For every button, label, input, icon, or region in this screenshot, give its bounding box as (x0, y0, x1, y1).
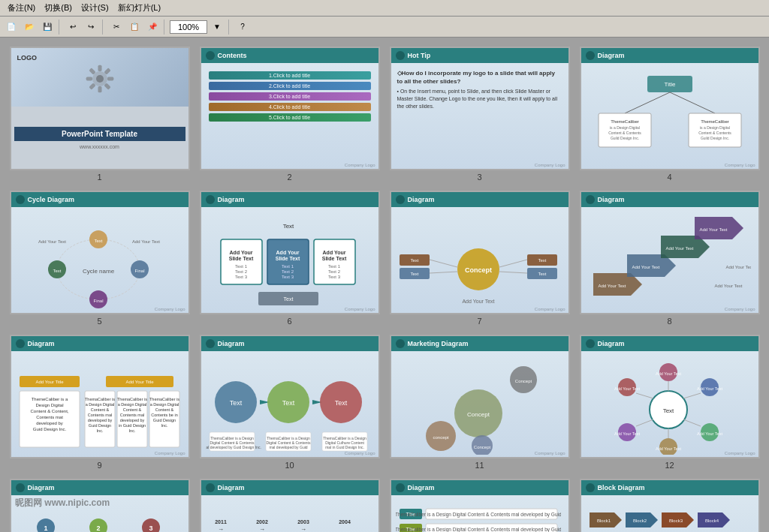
slide-thumb-10[interactable]: Diagram Text Text (200, 335, 380, 458)
slide-number-6: 6 (287, 317, 291, 326)
slide-cell-7: Diagram Concept Text Text (389, 191, 570, 326)
slide-thumb-14[interactable]: Diagram 2011 → 2002 → 2003 → 2 (200, 479, 380, 532)
svg-text:ThemeCaliber is a: ThemeCaliber is a (31, 397, 68, 401)
cut-btn[interactable]: ✂ (108, 19, 125, 35)
svg-text:Add Your Text: Add Your Text (614, 386, 640, 391)
menu-design[interactable]: 设计(S) (77, 1, 113, 15)
slide-header-8: Diagram (581, 192, 758, 207)
header-icon-7 (396, 195, 405, 204)
svg-text:Final: Final (93, 299, 103, 303)
slide-number-3: 3 (477, 173, 481, 182)
svg-text:mal developed by Guid: mal developed by Guid (269, 445, 307, 449)
svg-text:Text: Text (229, 399, 242, 407)
slide-number-11: 11 (475, 461, 484, 470)
copy-btn[interactable]: 📋 (126, 19, 143, 35)
undo-btn[interactable]: ↩ (65, 19, 81, 35)
svg-text:Text: Text (410, 272, 418, 276)
slide-header-title-3: Hot Tip (408, 52, 431, 59)
redo-btn[interactable]: ↪ (83, 19, 99, 35)
slide-thumb-5[interactable]: Cycle Diagram Cycle name Text (10, 191, 190, 314)
header-icon-4 (586, 51, 595, 60)
diagram-9-svg: Add Your Title Add Your Title ThemeCalib… (16, 357, 181, 455)
svg-text:Text 3: Text 3 (327, 275, 340, 279)
slide-grid-wrapper[interactable]: LOGO (0, 38, 769, 532)
svg-text:Content &: Content & (90, 407, 109, 412)
slide-header-title-8: Diagram (598, 196, 625, 203)
svg-text:Contents be in: Contents be in (151, 413, 177, 417)
diagram-8-svg: Add Your Text Add Your Text Add Your Tex… (586, 213, 751, 311)
open-btn[interactable]: 📂 (21, 19, 38, 35)
slide-cell-1: LOGO (9, 47, 190, 182)
svg-text:Text 2: Text 2 (327, 269, 340, 274)
svg-text:Content &: Content & (155, 407, 173, 412)
svg-line-163 (636, 393, 653, 398)
slide-thumb-9[interactable]: Diagram Add Your Title Add Your Title (10, 335, 190, 458)
slide-thumb-12[interactable]: Diagram Text Add Your Text (580, 335, 760, 458)
header-icon-12 (586, 339, 595, 348)
slide-header-title-15: Diagram (408, 484, 435, 491)
slide-thumb-16[interactable]: Block Diagram Block1 Block2 Block3 (580, 479, 760, 532)
svg-text:Add Your Text: Add Your Text (598, 284, 626, 288)
svg-text:Content & Contents: Content & Contents (608, 131, 641, 135)
slide-thumb-15[interactable]: Diagram Title ThemaCaliber is a Design D… (390, 479, 570, 532)
slide-header-10: Diagram (201, 336, 378, 351)
slide-thumb-6[interactable]: Diagram Text Add Your Slide Text Text 1 (200, 191, 380, 314)
slide-header-title-5: Cycle Diagram (28, 196, 75, 203)
svg-text:Add Your Text: Add Your Text (462, 299, 494, 304)
slide-number-1: 1 (97, 173, 101, 182)
slide-header-title-12: Diagram (598, 340, 625, 347)
slide-header-4: Diagram (581, 48, 758, 63)
slide-cell-3: Hot Tip ◇How do I incorporate my logo to… (389, 47, 570, 182)
slide-number-10: 10 (285, 461, 294, 470)
new-btn[interactable]: 📄 (3, 19, 20, 35)
svg-text:Add Your Text: Add Your Text (632, 265, 659, 269)
contents-item-3: 3.Click to add title (209, 92, 371, 101)
svg-text:Title: Title (664, 81, 675, 88)
svg-line-67 (430, 260, 457, 267)
slide-header-15: Diagram (391, 480, 568, 495)
menu-switch[interactable]: 切换(B) (40, 1, 77, 15)
slide-thumb-4[interactable]: Diagram Title (580, 47, 760, 170)
hottip-answer: • On the Insert menu, point to Slide, an… (397, 88, 562, 110)
menu-backup[interactable]: 备注(N) (3, 1, 40, 15)
svg-text:Add Your Text: Add Your Text (699, 227, 727, 232)
svg-text:Guild Design Inc.: Guild Design Inc. (610, 136, 638, 140)
slide-thumb-2[interactable]: Contents 1.Click to add title 2.Click to… (200, 47, 380, 170)
svg-text:developed by: developed by (119, 418, 144, 422)
slide-logo-text: LOGO (17, 54, 38, 62)
toolbar-sep-1 (59, 20, 62, 35)
slide-thumb-1[interactable]: LOGO (10, 47, 190, 170)
diagram-12-content: Text Add Your Text Add Your Text Add You… (581, 353, 758, 457)
cycle-content: Cycle name Text Final Text Final (11, 209, 188, 313)
save-btn[interactable]: 💾 (39, 19, 56, 35)
svg-text:Text: Text (538, 272, 546, 276)
svg-text:→: → (300, 526, 306, 532)
slide-thumb-7[interactable]: Diagram Concept Text Text (390, 191, 570, 314)
watermark-9: Company Logo (155, 451, 185, 455)
svg-text:ThemeCaliber: ThemeCaliber (701, 119, 729, 124)
svg-text:Concept: Concept (465, 266, 492, 274)
slide-thumb-11[interactable]: Marketing Diagram Concept Concept (390, 335, 570, 458)
svg-text:Content &: Content & (122, 407, 141, 412)
zoom-input[interactable] (170, 20, 207, 34)
zoom-dropdown[interactable]: ▼ (209, 19, 225, 35)
svg-text:Add Your: Add Your (229, 250, 252, 255)
svg-text:Add Your Text: Add Your Text (38, 239, 66, 244)
watermark-7: Company Logo (535, 307, 565, 311)
slide-thumb-3[interactable]: Hot Tip ◇How do I incorporate my logo to… (390, 47, 570, 170)
paste-btn[interactable]: 📌 (144, 19, 161, 35)
svg-text:Guid Design: Guid Design (152, 418, 175, 422)
menu-newslide[interactable]: 新幻灯片(L) (113, 1, 165, 15)
help-btn[interactable]: ? (234, 19, 251, 35)
slide-header-3: Hot Tip (391, 48, 568, 63)
svg-text:Add Your Text: Add Your Text (132, 239, 160, 244)
svg-text:Add Your Text: Add Your Text (656, 371, 681, 376)
slide-header-title-4: Diagram (598, 52, 625, 59)
slide-thumb-8[interactable]: Diagram Add Your Text Add Your Text (580, 191, 760, 314)
watermark-11: Company Logo (535, 451, 565, 455)
slide-header-title-7: Diagram (408, 196, 435, 203)
slide-cell-11: Marketing Diagram Concept Concept (389, 335, 570, 470)
svg-text:Add Your Text: Add Your Text (714, 284, 742, 288)
contents-item-1: 1.Click to add title (209, 71, 371, 80)
svg-text:Add Your Text: Add Your Text (656, 446, 681, 451)
